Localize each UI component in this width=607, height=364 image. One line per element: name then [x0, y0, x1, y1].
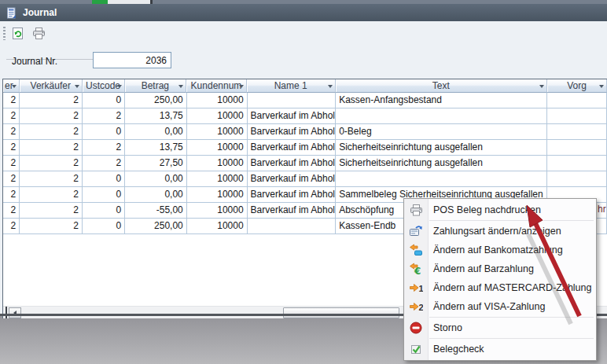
grid-cell-verkaeufer[interactable]: 2	[20, 203, 83, 219]
grid-cell-betrag[interactable]: 13,75	[125, 108, 187, 124]
table-row[interactable]: 2200,0010000Barverkauf im Abholsh0-Beleg	[3, 124, 607, 140]
grid-cell-ustcode[interactable]: 0	[83, 187, 125, 203]
scrollbar-thumb[interactable]	[283, 307, 399, 318]
grid-cell-verkaeufer[interactable]: 2	[20, 124, 83, 140]
filter-dropdown-icon[interactable]	[328, 85, 333, 88]
grid-cell-kundennum[interactable]: 10000	[187, 203, 248, 219]
menu-item[interactable]: Ändern auf Bankomatzahlung	[404, 241, 596, 259]
column-header-kundennum[interactable]: Kundennum	[186, 79, 247, 93]
filter-dropdown-icon[interactable]	[239, 85, 244, 88]
grid-cell-betrag[interactable]: 0,00	[125, 171, 187, 187]
grid-cell-nummer[interactable]: 2	[3, 156, 20, 171]
grid-cell-ustcode[interactable]: 2	[83, 108, 125, 124]
grid-cell-betrag[interactable]: -55,00	[125, 203, 187, 219]
grid-cell-kundennum[interactable]: 10000	[187, 187, 248, 203]
filter-dropdown-icon[interactable]	[599, 85, 604, 88]
grid-cell-verkaeufer[interactable]: 2	[20, 93, 83, 108]
grid-cell-betrag[interactable]: 250,00	[125, 93, 187, 108]
grid-cell-text[interactable]: Kassen-Anfangsbestand	[336, 93, 547, 108]
grid-cell-kundennum[interactable]: 10000	[187, 124, 248, 140]
grid-cell-vorg[interactable]	[547, 124, 607, 140]
grid-cell-ustcode[interactable]: 0	[83, 171, 125, 187]
menu-item[interactable]: 2Ändern auf VISA-Zahlung	[404, 297, 596, 316]
filter-dropdown-icon[interactable]	[75, 85, 79, 88]
filter-dropdown-icon[interactable]	[539, 85, 544, 88]
grid-cell-ustcode[interactable]: 0	[83, 124, 125, 140]
grid-cell-verkaeufer[interactable]: 2	[20, 187, 83, 203]
column-header-name1[interactable]: Name 1	[247, 79, 336, 93]
journal-nr-input[interactable]	[93, 52, 171, 68]
grid-cell-betrag[interactable]: 13,75	[125, 140, 187, 156]
grid-cell-ustcode[interactable]: 2	[83, 156, 125, 171]
menu-item[interactable]: POS Beleg nachdrucken	[404, 200, 596, 219]
grid-cell-name1[interactable]: Barverkauf im Abholsh	[248, 187, 337, 203]
grid-cell-name1[interactable]	[248, 93, 337, 108]
grid-cell-name1[interactable]: Barverkauf im Abholsh	[248, 124, 337, 140]
menu-item[interactable]: €Ändern auf Barzahlung	[404, 259, 596, 278]
grid-cell-name1[interactable]: Barverkauf im Abholsh	[248, 156, 337, 171]
grid-cell-kundennum[interactable]: 10000	[187, 171, 248, 187]
column-header-betrag[interactable]: Betrag	[125, 79, 187, 93]
grid-cell-betrag[interactable]: 0,00	[125, 124, 187, 140]
grid-cell-vorg[interactable]	[547, 171, 607, 187]
grid-cell-vorg[interactable]	[547, 156, 607, 171]
grid-cell-verkaeufer[interactable]: 2	[20, 219, 83, 234]
menu-item[interactable]: Belegcheck	[404, 340, 596, 358]
refresh-button[interactable]	[9, 24, 28, 43]
grid-cell-name1[interactable]: Barverkauf im Abholsh	[248, 203, 337, 219]
grid-cell-name1[interactable]: Barverkauf im Abholsh	[248, 140, 337, 156]
grid-cell-verkaeufer[interactable]: 2	[20, 108, 83, 124]
grid-cell-text[interactable]: Sicherheitseinrichtung ausgefallen	[336, 140, 547, 156]
table-row[interactable]: 22213,7510000Barverkauf im AbholshSicher…	[3, 140, 607, 156]
grid-cell-nummer[interactable]: 2	[3, 93, 20, 108]
grid-cell-vorg[interactable]	[547, 140, 607, 156]
column-header-text[interactable]: Text	[336, 79, 548, 93]
table-row[interactable]: 22227,5010000Barverkauf im AbholshSicher…	[3, 156, 607, 171]
column-header-nummer[interactable]: er	[3, 79, 20, 93]
grid-cell-vorg[interactable]	[547, 93, 607, 108]
grid-cell-verkaeufer[interactable]: 2	[20, 171, 83, 187]
table-row[interactable]: 22213,7510000Barverkauf im Abholsh	[3, 108, 607, 124]
column-header-vorg[interactable]: Vorg	[547, 79, 607, 93]
grid-cell-nummer[interactable]: 2	[3, 219, 20, 234]
grid-cell-nummer[interactable]: 2	[3, 140, 20, 156]
grid-cell-text[interactable]	[336, 171, 547, 187]
grid-cell-kundennum[interactable]: 10000	[187, 156, 248, 171]
column-header-ustcode[interactable]: Ustcode	[83, 79, 125, 93]
grid-cell-text[interactable]	[336, 108, 547, 124]
grid-cell-betrag[interactable]: 27,50	[125, 156, 187, 171]
menu-item[interactable]: Zahlungsart ändern/anzeigen	[404, 222, 596, 241]
grid-cell-kundennum[interactable]: 10000	[187, 108, 248, 124]
print-button[interactable]	[29, 24, 48, 43]
grid-cell-text[interactable]: 0-Beleg	[336, 124, 547, 140]
grid-cell-verkaeufer[interactable]: 2	[20, 156, 83, 171]
grid-cell-name1[interactable]: Barverkauf im Abholsh	[248, 108, 337, 124]
column-header-verkaeufer[interactable]: Verkäufer	[20, 79, 83, 93]
grid-cell-kundennum[interactable]: 10000	[187, 219, 248, 234]
grid-cell-kundennum[interactable]: 10000	[187, 93, 248, 108]
table-row[interactable]: 2200,0010000Barverkauf im Abholsh	[3, 171, 607, 187]
grid-cell-ustcode[interactable]: 0	[83, 93, 125, 108]
scroll-left-button[interactable]	[9, 307, 21, 318]
grid-cell-ustcode[interactable]: 0	[83, 219, 125, 234]
grid-cell-text[interactable]: Sicherheitseinrichtung ausgefallen	[336, 156, 547, 171]
table-row[interactable]: 220250,0010000Kassen-Anfangsbestand	[3, 93, 607, 108]
grid-cell-kundennum[interactable]: 10000	[187, 140, 248, 156]
grid-cell-ustcode[interactable]: 0	[83, 203, 125, 219]
grid-cell-nummer[interactable]: 2	[3, 187, 20, 203]
grid-cell-verkaeufer[interactable]: 2	[20, 140, 83, 156]
grid-cell-vorg[interactable]	[547, 108, 607, 124]
menu-item[interactable]: Storno	[404, 318, 596, 337]
grid-cell-nummer[interactable]: 2	[3, 108, 20, 124]
grid-cell-name1[interactable]: Barverkauf im Abholsh	[248, 171, 337, 187]
grid-cell-nummer[interactable]: 2	[3, 171, 20, 187]
filter-dropdown-icon[interactable]	[117, 85, 122, 88]
grid-cell-ustcode[interactable]: 2	[83, 140, 125, 156]
grid-cell-nummer[interactable]: 2	[3, 203, 20, 219]
grid-cell-betrag[interactable]: 250,00	[125, 219, 187, 234]
menu-item[interactable]: 1Ändern auf MASTERCARD-Zahlung	[404, 278, 596, 297]
filter-dropdown-icon[interactable]	[12, 85, 17, 88]
filter-dropdown-icon[interactable]	[178, 85, 183, 88]
grid-cell-nummer[interactable]: 2	[3, 124, 20, 140]
grid-cell-name1[interactable]	[248, 219, 337, 234]
